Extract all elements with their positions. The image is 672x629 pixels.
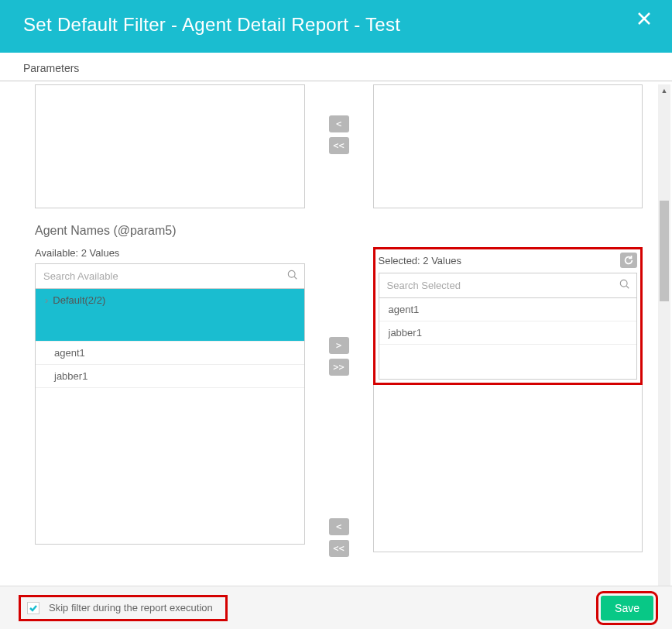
dialog-title: Set Default Filter - Agent Detail Report… <box>23 14 649 36</box>
vertical-scrollbar[interactable]: ▲ ▼ <box>658 84 670 599</box>
search-icon <box>287 270 298 284</box>
skip-filter-checkbox[interactable] <box>27 602 39 614</box>
scroll-up-icon[interactable]: ▲ <box>658 84 670 97</box>
available-item[interactable]: jabber1 <box>36 365 304 388</box>
available-group-header[interactable]: Default(2/2) <box>36 289 304 342</box>
prev-move-all-left-button[interactable]: << <box>329 137 349 154</box>
refresh-selected-button[interactable] <box>620 253 637 268</box>
selected-item[interactable]: agent1 <box>379 298 637 321</box>
save-button[interactable]: Save <box>601 596 653 620</box>
prev-move-left-button[interactable]: < <box>329 115 349 132</box>
skip-filter-label: Skip filter during the report execution <box>49 602 213 614</box>
selected-label: Selected: 2 Values <box>379 255 461 266</box>
search-available-input[interactable] <box>36 264 304 288</box>
tab-bar: Parameters <box>0 53 672 81</box>
search-icon <box>619 279 630 293</box>
svg-point-4 <box>620 280 627 287</box>
selected-highlight: Selected: 2 Values agent1 jabber1 <box>373 247 643 385</box>
search-available-wrap <box>35 263 305 289</box>
search-selected-wrap <box>379 273 638 298</box>
move-right-button[interactable]: > <box>329 337 349 354</box>
search-selected-input[interactable] <box>379 273 637 297</box>
selected-listbox[interactable]: agent1 jabber1 <box>379 298 638 380</box>
prev-available-listbox[interactable] <box>35 84 305 208</box>
selected-item[interactable]: jabber1 <box>379 321 637 345</box>
available-label: Available: 2 Values <box>35 247 119 259</box>
dialog-header: Set Default Filter - Agent Detail Report… <box>0 0 672 53</box>
tab-parameters[interactable]: Parameters <box>23 62 79 74</box>
close-icon[interactable] <box>636 11 652 26</box>
available-listbox[interactable]: Default(2/2) agent1 jabber1 <box>35 289 305 545</box>
svg-line-5 <box>626 286 629 288</box>
available-item[interactable]: agent1 <box>36 342 304 365</box>
move-all-right-button[interactable]: >> <box>329 359 349 376</box>
dialog-footer: Skip filter during the report execution … <box>0 586 672 629</box>
scroll-thumb[interactable] <box>660 201 669 301</box>
move-all-left-button[interactable]: << <box>329 540 349 557</box>
svg-point-2 <box>288 270 295 277</box>
svg-line-3 <box>294 277 297 279</box>
move-left-button[interactable]: < <box>329 518 349 535</box>
selected-listbox-extra[interactable] <box>373 385 643 552</box>
skip-filter-highlight: Skip filter during the report execution <box>19 595 228 621</box>
prev-selected-listbox[interactable] <box>373 84 643 208</box>
section-title-agent-names: Agent Names (@param5) <box>35 224 643 238</box>
dialog-body: < << Agent Names (@param5) Available: 2 … <box>0 81 658 602</box>
